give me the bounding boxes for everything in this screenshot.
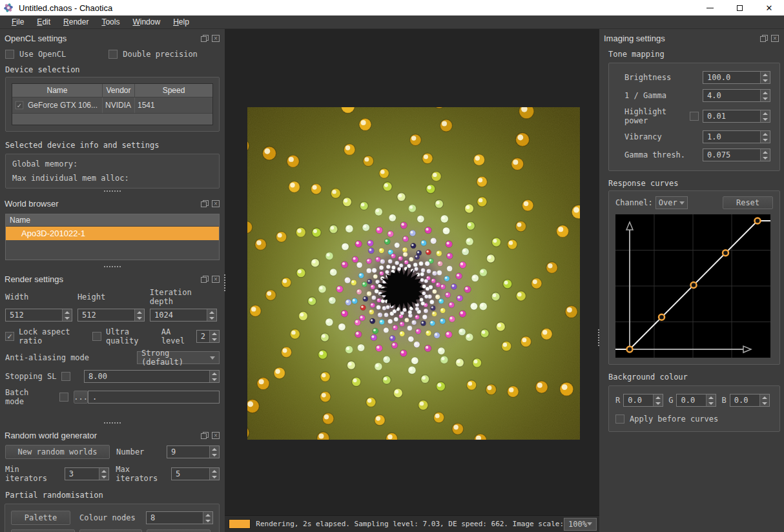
max-alloc-label: Max individual mem alloc: [12,174,212,183]
g-spinbox[interactable]: 0.0 [676,394,716,407]
selectors-button[interactable]: Selectors [147,529,211,532]
close-panel-icon[interactable] [212,35,220,42]
double-precision-checkbox[interactable] [108,50,118,59]
device-row[interactable]: GeForce GTX 106... NVIDIA 1541 [12,97,212,114]
close-panel-icon[interactable] [212,200,220,207]
device-col-vendor[interactable]: Vendor [103,84,135,97]
aa-mode-dropdown[interactable]: Strong (default) [137,351,220,364]
device-speed: 1541 [135,97,212,113]
palette-button[interactable]: Palette [11,511,70,525]
dock-splitter[interactable] [597,29,601,532]
b-spinbox[interactable]: 0.0 [730,394,770,407]
vibrancy-spinbox[interactable]: 1.0 [703,130,770,143]
menu-item-help[interactable]: Help [167,16,196,28]
partial-randomisation-group: Palette Colour nodes 8 Transforms Shader… [5,504,220,532]
device-info-group: Global memory: Max individual mem alloc: [5,154,220,189]
use-opencl-label: Use OpenCL [19,50,66,59]
splitter-handle[interactable] [0,264,225,270]
browse-button[interactable]: ... [74,391,88,404]
lock-aspect-checkbox[interactable] [5,332,14,341]
rwg-header: Random world generator [0,426,225,443]
imaging-settings-title: Imaging settings [604,34,757,43]
status-text: Rendering, 2s elapsed. Sampling level: 7… [256,520,564,528]
device-col-name[interactable]: Name [12,84,103,97]
device-checkbox[interactable] [15,101,24,110]
curve-editor[interactable] [615,214,770,358]
number-spinbox[interactable]: 9 [167,445,220,458]
height-label: Height [77,292,150,302]
transforms-button[interactable]: Transforms [11,529,75,532]
menu-item-edit[interactable]: Edit [30,16,57,28]
render-settings-header: Render settings [0,270,225,287]
world-list: Name Apo3D-201022-1 [5,214,220,260]
max-iterators-spinbox[interactable]: 5 [171,467,220,480]
batch-mode-label: Batch mode [5,388,50,406]
maximize-icon[interactable] [725,0,754,15]
new-random-worlds-button[interactable]: New random worlds [5,445,110,459]
world-list-empty[interactable] [6,240,219,260]
shaders-button[interactable]: Shaders [79,529,142,532]
colour-nodes-spinbox[interactable]: 8 [146,511,213,524]
gamma-thresh-label: Gamma thresh. [624,150,703,159]
close-panel-icon[interactable] [771,35,779,42]
use-opencl-checkbox[interactable] [5,50,14,59]
minimize-icon[interactable] [695,0,725,15]
batch-mode-checkbox[interactable] [59,393,68,402]
highlight-power-checkbox[interactable] [690,112,699,121]
splitter-handle[interactable] [0,189,225,194]
highlight-power-spinbox[interactable]: 0.01 [703,110,770,123]
reset-curve-button[interactable]: Reset [723,196,773,209]
device-col-speed[interactable]: Speed [135,84,212,97]
stopping-sl-checkbox[interactable] [61,372,70,381]
r-spinbox[interactable]: 0.0 [623,394,663,407]
aa-level-spinbox[interactable]: 2 [196,330,220,343]
window-title: Untitled.chaos - Chaotica [19,3,112,13]
close-panel-icon[interactable] [212,276,220,283]
menu-item-file[interactable]: File [5,16,30,28]
float-panel-icon[interactable] [201,432,209,439]
stopping-sl-spinbox[interactable]: 8.00 [84,370,220,383]
close-icon[interactable]: ✕ [754,0,784,15]
min-iterators-spinbox[interactable]: 3 [65,467,110,480]
gamma-spinbox[interactable]: 4.0 [703,89,770,102]
batch-path-field[interactable]: . [88,391,220,404]
height-spinbox[interactable]: 512 [77,309,145,322]
brightness-spinbox[interactable]: 100.0 [703,71,770,84]
ultra-quality-checkbox[interactable] [92,332,101,341]
float-panel-icon[interactable] [760,35,768,42]
splitter-handle[interactable] [0,420,225,426]
g-label: G [668,396,673,405]
background-colour-group: R 0.0 G 0.0 B 0.0 Apply before curve [608,385,780,432]
float-panel-icon[interactable] [201,200,209,207]
colour-nodes-label: Colour nodes [79,513,136,522]
fractal-preview[interactable] [247,107,580,440]
imaging-settings-header: Imaging settings [599,29,784,46]
max-iterators-label: Max iterators [116,465,171,483]
width-spinbox[interactable]: 512 [5,309,72,322]
close-panel-icon[interactable] [212,432,220,439]
menu-item-render[interactable]: Render [57,16,95,28]
menu-item-tools[interactable]: Tools [95,16,126,28]
menu-item-window[interactable]: Window [126,16,167,28]
world-col-name[interactable]: Name [6,214,219,227]
float-panel-icon[interactable] [201,276,209,283]
dock-splitter[interactable] [223,29,227,532]
global-memory-label: Global memory: [12,159,212,169]
device-info-label: Selected device info and settings [5,141,220,150]
app-icon [3,3,14,13]
left-dock: OpenCL settings Use OpenCL Double precis… [0,29,225,532]
apply-before-curves-label: Apply before curves [630,414,718,424]
apply-before-curves-checkbox[interactable] [615,414,624,424]
double-precision-label: Double precision [123,50,198,59]
tone-mapping-label: Tone mapping [608,50,779,59]
iteration-depth-spinbox[interactable]: 1024 [150,309,217,322]
stopping-sl-label: Stopping SL [5,372,56,381]
channel-dropdown[interactable]: Over [655,196,688,209]
b-label: B [721,396,726,405]
gamma-thresh-spinbox[interactable]: 0.075 [703,148,770,161]
float-panel-icon[interactable] [201,35,209,42]
status-bar: Rendering, 2s elapsed. Sampling level: 7… [225,515,599,532]
number-label: Number [116,447,144,456]
world-list-item-selected[interactable]: Apo3D-201022-1 [6,227,219,240]
image-scale-dropdown[interactable]: 100% [564,518,597,531]
